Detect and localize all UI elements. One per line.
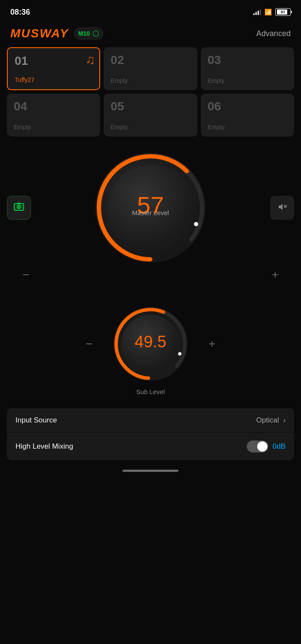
preset-label-02: Empty — [111, 77, 190, 84]
logo-area: MUSWAY M10 ⬡ — [10, 27, 104, 40]
db-value: 0dB — [273, 442, 286, 451]
device-name: M10 — [78, 30, 90, 37]
mute-icon — [276, 201, 288, 215]
preset-card-06[interactable]: 06 Empty — [201, 94, 294, 137]
settings-section: Input Source Optical › High Level Mixing… — [0, 400, 301, 460]
status-time: 08:36 — [10, 8, 30, 17]
master-decrease-button[interactable]: − — [14, 264, 38, 286]
master-increase-button[interactable]: + — [263, 264, 287, 286]
sub-level-value: 49.5 — [135, 333, 166, 351]
high-level-mixing-right: 0dB — [247, 440, 286, 453]
battery-icon: 97 — [275, 8, 291, 16]
advanced-button[interactable]: Advanced — [256, 29, 291, 38]
main-knob-container[interactable]: 57 Master Level — [31, 148, 270, 268]
preset-label-05: Empty — [111, 124, 190, 131]
preset-card-03[interactable]: 03 Empty — [201, 47, 294, 90]
input-source-value: Optical — [256, 416, 279, 425]
sub-knob-wrapper[interactable]: 49.5 — [110, 303, 191, 385]
main-knob-section: 57 Master Level − + — [0, 143, 301, 303]
preset-card-04[interactable]: 04 Empty — [7, 94, 100, 137]
svg-point-17 — [178, 352, 181, 355]
preset-number-06: 06 — [208, 100, 287, 113]
signal-icon — [253, 9, 261, 15]
app-logo: MUSWAY — [10, 27, 69, 40]
sub-knob-row: − 49.5 + — [77, 303, 224, 385]
header: MUSWAY M10 ⬡ Advanced — [0, 22, 301, 47]
high-level-mixing-toggle[interactable] — [247, 440, 268, 453]
preset-label-01: Tuffy27 — [15, 76, 92, 83]
toggle-knob — [257, 441, 267, 452]
preset-card-05[interactable]: 05 Empty — [104, 94, 197, 137]
high-level-mixing-label: High Level Mixing — [15, 442, 73, 451]
preset-number-03: 03 — [208, 53, 287, 67]
preset-number-04: 04 — [14, 100, 93, 113]
sub-increase-button[interactable]: + — [200, 333, 224, 355]
sub-level-label: Sub Level — [136, 388, 165, 395]
home-indicator — [0, 461, 301, 476]
preset-number-02: 02 — [111, 53, 190, 67]
master-level-label: Master Level — [132, 209, 169, 216]
chevron-right-icon: › — [283, 416, 286, 424]
wifi-icon: 📶 — [264, 9, 272, 15]
source-button[interactable] — [7, 196, 31, 220]
preset-grid: 01 Tuffy27 ♫ 02 Empty 03 Empty 04 Empty … — [0, 47, 301, 137]
mute-button[interactable] — [270, 196, 294, 220]
svg-point-9 — [194, 222, 198, 226]
main-knob-row: 57 Master Level — [7, 148, 294, 268]
music-note-icon: ♫ — [86, 52, 95, 67]
sub-decrease-button[interactable]: − — [77, 333, 101, 355]
svg-rect-4 — [17, 203, 21, 204]
status-icons: 📶 97 — [253, 8, 291, 16]
preset-label-04: Empty — [14, 124, 93, 131]
input-source-row[interactable]: Input Source Optical › — [7, 408, 294, 432]
preset-number-01: 01 — [15, 54, 92, 68]
preset-card-02[interactable]: 02 Empty — [104, 47, 197, 90]
svg-point-3 — [18, 206, 20, 208]
home-bar — [123, 470, 178, 472]
plug-icon: ⬡ — [92, 29, 99, 38]
input-source-label: Input Source — [15, 416, 57, 425]
preset-label-06: Empty — [208, 124, 287, 131]
preset-card-01[interactable]: 01 Tuffy27 ♫ — [7, 47, 100, 90]
source-icon — [13, 201, 25, 215]
status-bar: 08:36 📶 97 — [0, 0, 301, 22]
preset-number-05: 05 — [111, 100, 190, 113]
input-source-right: Optical › — [256, 416, 286, 425]
high-level-mixing-row[interactable]: High Level Mixing 0dB — [7, 433, 294, 460]
main-knob-wrapper[interactable]: 57 Master Level — [90, 148, 211, 268]
sub-knob-section: − 49.5 + — [0, 303, 301, 400]
preset-label-03: Empty — [208, 77, 287, 84]
device-badge[interactable]: M10 ⬡ — [74, 27, 104, 40]
